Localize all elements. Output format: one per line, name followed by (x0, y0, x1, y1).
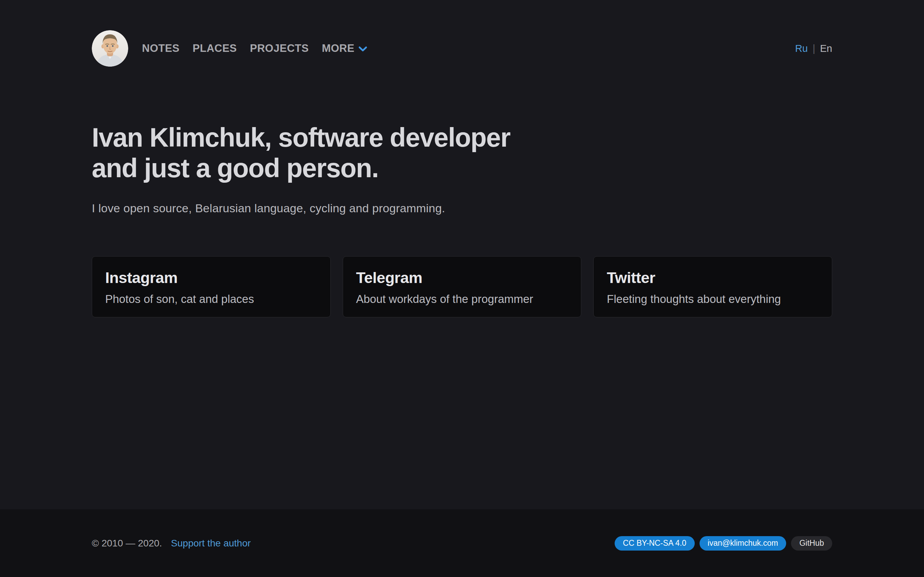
card-telegram-description: About workdays of the programmer (356, 293, 568, 306)
copyright-text: © 2010 — 2020. (92, 538, 162, 549)
avatar[interactable] (92, 30, 128, 67)
page-title-line-2: and just a good person. (92, 153, 832, 184)
github-badge[interactable]: GitHub (791, 536, 832, 551)
spacer (0, 318, 924, 509)
main-content: Ivan Klimchuk, software developer and ju… (92, 67, 832, 318)
nav-item-places[interactable]: PLACES (192, 42, 237, 55)
support-author-link[interactable]: Support the author (171, 538, 250, 549)
email-badge[interactable]: ivan@klimchuk.com (699, 536, 787, 551)
site-footer: © 2010 — 2020. Support the author CC BY-… (0, 509, 924, 577)
card-telegram-title: Telegram (356, 269, 568, 287)
main-nav: NOTES PLACES PROJECTS MORE (142, 42, 367, 55)
card-instagram-title: Instagram (105, 269, 317, 287)
card-telegram[interactable]: Telegram About workdays of the programme… (343, 256, 582, 318)
language-switcher: Ru | En (795, 43, 832, 54)
avatar-photo (92, 30, 128, 67)
nav-item-more-label: MORE (322, 42, 354, 55)
card-instagram[interactable]: Instagram Photos of son, cat and places (92, 256, 331, 318)
page-title: Ivan Klimchuk, software developer and ju… (92, 122, 832, 184)
lang-ru-link[interactable]: Ru (795, 43, 808, 54)
nav-item-notes[interactable]: NOTES (142, 42, 179, 55)
site-header: NOTES PLACES PROJECTS MORE Ru | En (92, 0, 832, 67)
page: NOTES PLACES PROJECTS MORE Ru | En Ivan … (0, 0, 924, 577)
footer-badges: CC BY-NC-SA 4.0 ivan@klimchuk.com GitHub (615, 536, 832, 551)
lang-en-link[interactable]: En (820, 43, 832, 54)
license-badge[interactable]: CC BY-NC-SA 4.0 (615, 536, 695, 551)
card-twitter[interactable]: Twitter Fleeting thoughts about everythi… (593, 256, 832, 318)
nav-item-more[interactable]: MORE (322, 42, 367, 55)
lang-separator: | (813, 43, 816, 54)
card-instagram-description: Photos of son, cat and places (105, 293, 317, 306)
hero-subtitle: I love open source, Belarusian language,… (92, 201, 832, 215)
nav-item-projects[interactable]: PROJECTS (250, 42, 309, 55)
card-twitter-title: Twitter (607, 269, 819, 287)
social-cards: Instagram Photos of son, cat and places … (92, 256, 832, 318)
page-title-line-1: Ivan Klimchuk, software developer (92, 122, 832, 153)
chevron-down-icon (358, 46, 367, 52)
card-twitter-description: Fleeting thoughts about everything (607, 293, 819, 306)
